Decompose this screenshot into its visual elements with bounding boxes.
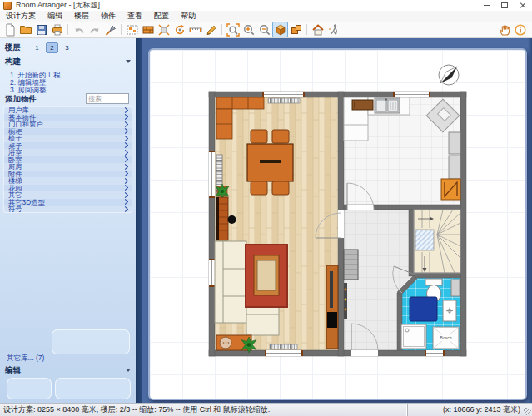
chevron-right-icon	[122, 178, 128, 184]
floor-lamp[interactable]	[228, 215, 236, 224]
redo-button[interactable]	[87, 22, 102, 37]
minimize-icon	[484, 5, 490, 6]
window-blind	[270, 344, 297, 349]
bookshelf[interactable]	[216, 197, 228, 240]
menu-objects[interactable]: 物件	[95, 11, 122, 22]
objects-3d-button[interactable]	[288, 22, 304, 37]
collapse-arrow-icon	[126, 369, 131, 372]
chevron-right-icon	[122, 136, 128, 141]
bathroom-cabinet[interactable]	[451, 280, 460, 296]
cursor-coordinates: (x: 10666 y: 2413 毫米)	[407, 404, 532, 416]
menu-floors[interactable]: 楼层	[68, 11, 95, 22]
edit-panel-left	[7, 378, 52, 399]
resize-grip[interactable]	[524, 408, 531, 415]
menu-edit[interactable]: 编辑	[42, 11, 68, 22]
chevron-right-icon	[122, 206, 128, 212]
floor-tab-2[interactable]: 2	[46, 42, 58, 53]
floors-label: 楼层	[5, 42, 21, 53]
category-tables[interactable]: 桌子	[3, 142, 132, 150]
plan-canvas[interactable]: Bosch	[142, 38, 532, 403]
category-cabinets[interactable]: 橱柜	[3, 128, 132, 136]
title-bar: Room Arranger - [无标题]	[0, 0, 532, 12]
print-button[interactable]	[49, 22, 65, 37]
window-blind	[268, 98, 300, 103]
close-button[interactable]	[514, 0, 532, 11]
zoom-fit-button[interactable]	[225, 22, 241, 37]
category-stairs[interactable]: 楼梯	[3, 177, 132, 185]
category-bedroom[interactable]: 卧室	[3, 156, 132, 164]
undo-button[interactable]	[71, 22, 87, 37]
draw-pencil-button[interactable]	[203, 22, 219, 37]
canvas-edge-shadow	[528, 38, 532, 403]
hand-tool-button[interactable]	[496, 22, 512, 37]
toolbar	[0, 22, 532, 38]
menu-view[interactable]: 查看	[122, 11, 148, 22]
coffee-table[interactable]	[254, 255, 279, 295]
bathroom-sink[interactable]	[443, 300, 456, 321]
plan-page: Bosch	[148, 48, 527, 400]
category-bathroom[interactable]: 浴室	[3, 149, 132, 156]
measure-button[interactable]	[187, 22, 203, 37]
window-living-left-1	[209, 151, 215, 198]
cutting-board[interactable]	[352, 100, 373, 110]
zoom-in-button[interactable]	[241, 22, 256, 37]
stove[interactable]	[441, 179, 460, 200]
edit-section-header[interactable]: 编辑	[5, 365, 131, 375]
save-button[interactable]	[33, 22, 49, 37]
floor-tab-3[interactable]: 3	[61, 42, 73, 53]
floor-tab-1[interactable]: 1	[31, 42, 43, 53]
category-garden[interactable]: 花园	[3, 185, 132, 192]
menu-options[interactable]: 配置	[148, 11, 175, 22]
house-3d-button[interactable]	[310, 22, 326, 37]
zoom-out-button[interactable]	[256, 22, 272, 37]
bathtub[interactable]	[410, 297, 437, 321]
collapse-arrow-icon	[126, 60, 131, 63]
menu-design[interactable]: 设计方案	[0, 11, 42, 22]
category-kitchen[interactable]: 厨房	[3, 163, 132, 171]
status-text: 设计方案: 8255 × 8400 毫米, 楼层: 2/3 -- 缩放: 75%…	[0, 404, 407, 415]
dining-chair	[251, 181, 267, 195]
app-icon	[3, 2, 12, 10]
chevron-right-icon	[122, 164, 128, 170]
shower-tray[interactable]	[401, 324, 426, 349]
category-chairs[interactable]: 椅子	[3, 135, 132, 142]
floor-plan: Bosch	[150, 50, 525, 399]
tv	[327, 312, 337, 328]
format-painter-button[interactable]	[102, 22, 118, 37]
tv-cabinet[interactable]	[326, 265, 338, 349]
window-title: Room Arranger - [无标题]	[16, 0, 100, 11]
category-symbols[interactable]: 符号	[3, 206, 132, 213]
kitchen-sink[interactable]	[375, 98, 400, 113]
shoe-rack[interactable]	[344, 250, 358, 280]
sidebar: 楼层 1 2 3 构建 1. 开始新的工程 2. 编辑墙壁 3. 房间调整 添加…	[0, 38, 136, 403]
compass-rose-icon	[439, 65, 459, 85]
other-libraries-link[interactable]: 其它库... (7)	[7, 354, 44, 363]
walkthrough-button[interactable]	[326, 22, 341, 37]
edit-plan-button[interactable]	[124, 22, 140, 37]
wall-tool-button[interactable]	[140, 22, 156, 37]
resize-object-button[interactable]	[156, 22, 172, 37]
about-info-button[interactable]	[512, 22, 528, 37]
window-living-top	[262, 92, 305, 103]
washing-machine[interactable]: Bosch	[433, 327, 459, 349]
category-accessories[interactable]: 附件	[3, 171, 132, 178]
new-file-button[interactable]	[2, 22, 17, 37]
sidebar-splitter[interactable]	[136, 38, 142, 403]
chevron-right-icon	[122, 171, 128, 176]
menu-help[interactable]: 帮助	[175, 11, 201, 22]
coat-hooks[interactable]	[344, 283, 347, 319]
category-doors-windows[interactable]: 门口和窗户	[3, 121, 132, 128]
maximize-button[interactable]	[495, 0, 514, 11]
minimize-button[interactable]	[477, 0, 495, 11]
window-kitchen-top	[393, 92, 430, 97]
window-bathroom-bottom	[425, 350, 445, 356]
build-section-header[interactable]: 构建	[5, 57, 131, 67]
wall-cabinets[interactable]	[449, 132, 460, 179]
category-other-3d[interactable]: 其它3D造型	[3, 199, 132, 206]
search-input[interactable]	[86, 93, 129, 104]
chevron-right-icon	[122, 128, 128, 134]
open-folder-button[interactable]	[17, 22, 33, 37]
rotate-object-button[interactable]	[172, 22, 187, 37]
dining-chair	[251, 130, 267, 143]
view-3d-button[interactable]	[272, 22, 288, 37]
